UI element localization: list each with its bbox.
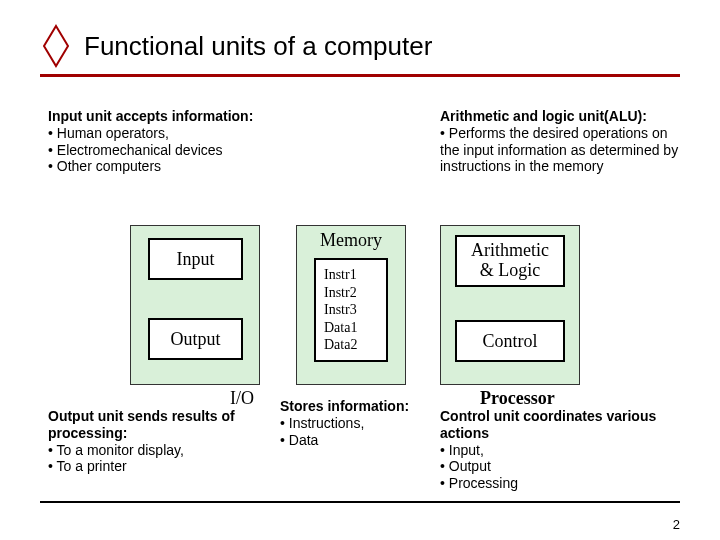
note-alu-heading: Arithmetic and logic unit(ALU): bbox=[440, 108, 647, 124]
bottom-rule bbox=[40, 501, 680, 503]
note-memory: Stores information: Instructions, Data bbox=[280, 398, 420, 448]
output-box: Output bbox=[148, 318, 243, 360]
diamond-icon bbox=[42, 24, 70, 68]
memory-item: Instr1 bbox=[324, 266, 378, 284]
note-control-heading: Control unit coordinates various actions bbox=[440, 408, 656, 441]
io-label: I/O bbox=[230, 388, 254, 409]
note-output-item: To a monitor display, bbox=[48, 442, 258, 459]
title-row: Functional units of a computer bbox=[0, 0, 720, 68]
control-box: Control bbox=[455, 320, 565, 362]
note-control-item: Processing bbox=[440, 475, 670, 492]
input-box-label: Input bbox=[177, 249, 215, 270]
note-control: Control unit coordinates various actions… bbox=[440, 408, 670, 492]
memory-item: Instr3 bbox=[324, 301, 378, 319]
note-alu: Arithmetic and logic unit(ALU): Performs… bbox=[440, 108, 680, 175]
note-output: Output unit sends results of processing:… bbox=[48, 408, 258, 475]
control-box-label: Control bbox=[482, 331, 537, 352]
processor-label: Processor bbox=[480, 388, 555, 409]
svg-marker-0 bbox=[44, 26, 68, 66]
note-output-item: To a printer bbox=[48, 458, 258, 475]
note-memory-heading: Stores information: bbox=[280, 398, 409, 414]
memory-item: Instr2 bbox=[324, 284, 378, 302]
note-alu-item: Performs the desired operations on the i… bbox=[440, 125, 680, 175]
memory-title: Memory bbox=[297, 226, 405, 251]
input-box: Input bbox=[148, 238, 243, 280]
alu-box-label: Arithmetic & Logic bbox=[471, 241, 549, 281]
note-input-heading: Input unit accepts information: bbox=[48, 108, 253, 124]
note-memory-item: Instructions, bbox=[280, 415, 420, 432]
alu-box: Arithmetic & Logic bbox=[455, 235, 565, 287]
note-input-item: Human operators, bbox=[48, 125, 268, 142]
note-input-item: Electromechanical devices bbox=[48, 142, 268, 159]
note-memory-item: Data bbox=[280, 432, 420, 449]
memory-item: Data1 bbox=[324, 319, 378, 337]
memory-item: Data2 bbox=[324, 336, 378, 354]
note-input: Input unit accepts information: Human op… bbox=[48, 108, 268, 175]
note-input-item: Other computers bbox=[48, 158, 268, 175]
title-rule bbox=[40, 74, 680, 77]
memory-contents: Instr1 Instr2 Instr3 Data1 Data2 bbox=[314, 258, 388, 362]
page-number: 2 bbox=[673, 517, 680, 532]
page-title: Functional units of a computer bbox=[84, 31, 432, 62]
note-control-item: Output bbox=[440, 458, 670, 475]
note-output-heading: Output unit sends results of processing: bbox=[48, 408, 235, 441]
note-control-item: Input, bbox=[440, 442, 670, 459]
output-box-label: Output bbox=[170, 329, 220, 350]
